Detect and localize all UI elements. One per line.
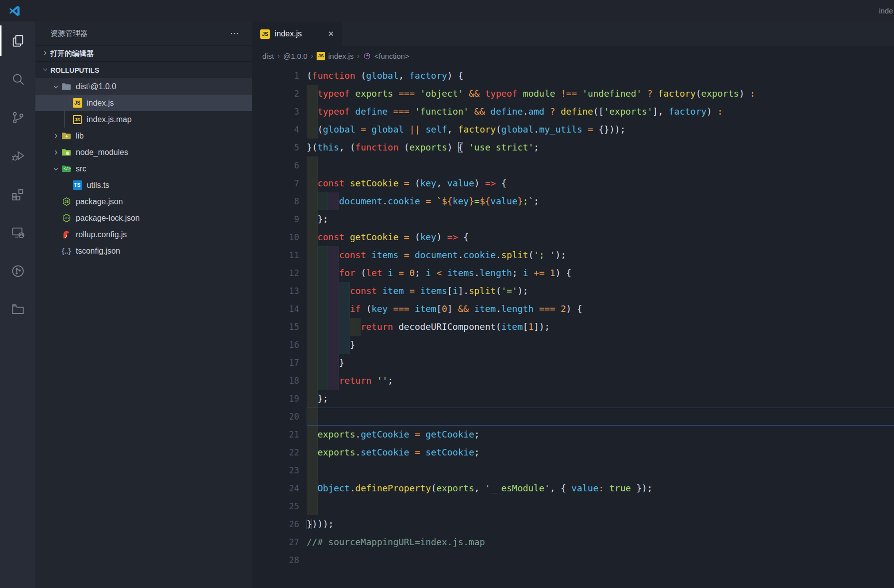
code-text: exports.setCookie = setCookie; [307,447,480,457]
token: ? [647,88,653,99]
code-line-27[interactable]: 27//# sourceMappingURL=index.js.map [252,533,894,551]
tab-index-js[interactable]: JS index.js ✕ [252,21,342,46]
token: . [523,106,529,117]
token: '; ' [534,250,555,260]
code-line-16[interactable]: 16 } [252,336,894,354]
section-rolluputils[interactable]: ROLLUPUTILS [35,62,252,78]
line-number[interactable]: 8 [252,192,299,210]
token: . [350,483,356,493]
folder-lib-icon: ✦ [61,131,71,141]
code-line-19[interactable]: 19 }; [252,390,894,408]
token: ( [318,124,323,135]
activity-source-control[interactable] [0,98,35,137]
code-line-17[interactable]: 17 } [252,354,894,372]
tree-item-utils.ts[interactable]: TSutils.ts [35,177,252,193]
code-line-12[interactable]: 12 for (let i = 0; i < items.length; i +… [252,264,894,282]
line-number[interactable]: 12 [252,264,299,282]
line-number[interactable]: 19 [252,390,299,408]
token: i [426,268,431,278]
line-number[interactable]: 11 [252,246,299,264]
code-text: }; [307,393,328,404]
code-line-4[interactable]: 4 (global = global || self, factory(glob… [252,121,894,139]
code-editor[interactable]: 1(function (global, factory) {2 typeof e… [252,65,894,588]
code-line-1[interactable]: 1(function (global, factory) { [252,67,894,85]
line-number[interactable]: 16 [252,336,299,354]
code-line-18[interactable]: 18 return ''; [252,372,894,390]
breadcrumb-file[interactable]: JS index.js [317,52,354,60]
line-number[interactable]: 25 [252,497,299,515]
code-line-15[interactable]: 15 return decodeURIComponent(item[1]); [252,318,894,336]
line-number[interactable]: 14 [252,300,299,318]
line-number[interactable]: 20 [252,408,299,426]
code-line-14[interactable]: 14 if (key === item[0] && item.length ==… [252,300,894,318]
section-open-editors[interactable]: 打开的编辑器 [35,45,252,62]
activity-project-manager[interactable] [0,290,35,328]
code-line-22[interactable]: 22 exports.setCookie = setCookie; [252,443,894,461]
activity-remote-explorer[interactable] [0,213,35,252]
line-number[interactable]: 10 [252,228,299,246]
line-number[interactable]: 3 [252,103,299,121]
tree-item-lib[interactable]: ✦lib [35,128,252,144]
activity-extensions[interactable] [0,175,35,213]
tree-item-index.js.map[interactable]: JSindex.js.map [35,111,252,128]
line-number[interactable]: 17 [252,354,299,372]
line-number[interactable]: 23 [252,461,299,479]
line-number[interactable]: 2 [252,85,299,103]
line-number[interactable]: 13 [252,282,299,300]
token: { [458,232,469,242]
line-number[interactable]: 15 [252,318,299,336]
line-number[interactable]: 1 [252,67,299,85]
token: ) [707,106,717,117]
activity-explorer[interactable] [0,21,35,60]
code-line-2[interactable]: 2 typeof exports === 'object' && typeof … [252,85,894,103]
code-line-21[interactable]: 21 exports.getCookie = getCookie; [252,426,894,443]
tree-item-index.js[interactable]: JSindex.js [35,95,252,111]
close-icon[interactable]: ✕ [326,28,336,39]
code-line-9[interactable]: 9 }; [252,210,894,228]
line-number[interactable]: 9 [252,210,299,228]
token: . [474,268,480,278]
line-number[interactable]: 27 [252,533,299,551]
code-line-11[interactable]: 11 const items = document.cookie.split('… [252,246,894,264]
code-line-3[interactable]: 3 typeof define === 'function' && define… [252,103,894,121]
line-number[interactable]: 6 [252,156,299,174]
line-number[interactable]: 18 [252,372,299,390]
code-line-8[interactable]: 8 document.cookie = `${key}=${value};`; [252,192,894,210]
token [345,232,350,242]
code-line-5[interactable]: 5}(this, (function (exports) { 'use stri… [252,139,894,156]
activity-run-debug[interactable] [0,137,35,175]
tree-item-package.json[interactable]: JSpackage.json [35,193,252,210]
code-line-24[interactable]: 24 Object.defineProperty(exports, '__esM… [252,479,894,497]
activity-git-graph[interactable] [0,252,35,290]
code-line-10[interactable]: 10 const getCookie = (key) => { [252,228,894,246]
more-actions-icon[interactable]: ⋯ [230,31,240,36]
activity-search[interactable] [0,60,35,98]
tree-item-dist[interactable]: dist \ @1.0.0 [35,78,252,95]
line-number[interactable]: 28 [252,551,299,569]
line-number[interactable]: 5 [252,139,299,156]
line-content: document.cookie = `${key}=${value};`; [307,192,894,210]
line-number[interactable]: 4 [252,121,299,139]
tree-item-package-lock.json[interactable]: JSpackage-lock.json [35,210,252,226]
breadcrumb-dist[interactable]: dist [262,52,274,60]
tree-item-node_modules[interactable]: node_modules [35,144,252,160]
line-number[interactable]: 21 [252,426,299,443]
line-number[interactable]: 26 [252,515,299,533]
code-line-26[interactable]: 26}))); [252,515,894,533]
tree-item-tsconfig.json[interactable]: {..}tsconfig.json [35,243,252,259]
line-number[interactable]: 24 [252,479,299,497]
line-number[interactable]: 22 [252,443,299,461]
code-line-6[interactable]: 6 [252,156,894,174]
code-line-20[interactable]: 20 [252,408,894,426]
tree-item-rollup.config.js[interactable]: rollup.config.js [35,226,252,243]
line-number[interactable]: 7 [252,174,299,192]
code-line-28[interactable]: 28 [252,551,894,569]
breadcrumb-version[interactable]: @1.0.0 [283,52,308,60]
code-line-7[interactable]: 7 const setCookie = (key, value) => { [252,174,894,192]
tree-item-src[interactable]: </>src [35,160,252,177]
token [420,429,426,440]
code-line-25[interactable]: 25 [252,497,894,515]
code-line-13[interactable]: 13 const item = items[i].split('='); [252,282,894,300]
code-line-23[interactable]: 23 [252,461,894,479]
breadcrumb-symbol[interactable]: <function> [363,52,409,60]
